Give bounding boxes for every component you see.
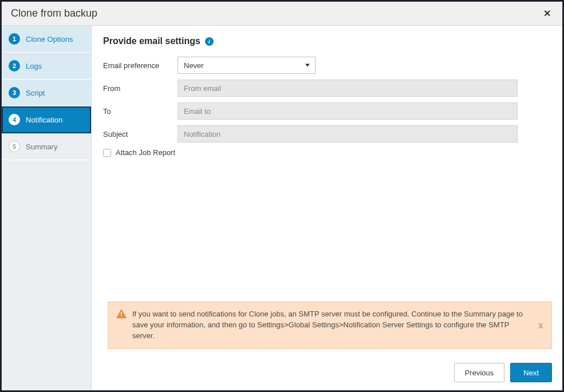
row-email-preference: Email preference Never xyxy=(103,57,546,74)
step-label: Clone Options xyxy=(26,35,73,43)
alert-close-icon[interactable]: x xyxy=(538,320,543,331)
label-email-preference: Email preference xyxy=(103,61,178,70)
wizard-sidebar: 1 Clone Options 2 Logs 3 Script 4 Notifi… xyxy=(2,26,92,390)
step-label: Script xyxy=(26,89,45,97)
row-to: To xyxy=(103,102,546,120)
page-title: Provide email settings xyxy=(103,36,200,46)
sidebar-item-clone-options[interactable]: 1 Clone Options xyxy=(2,26,91,53)
sidebar-item-logs[interactable]: 2 Logs xyxy=(2,53,91,80)
label-from: From xyxy=(103,84,178,93)
step-number: 4 xyxy=(9,114,20,125)
content-main: Provide email settings i Email preferenc… xyxy=(92,26,562,302)
titlebar: Clone from backup ✕ xyxy=(2,2,562,26)
next-button[interactable]: Next xyxy=(510,363,552,382)
step-number: 5 xyxy=(9,141,20,152)
previous-button[interactable]: Previous xyxy=(454,363,505,382)
close-icon[interactable]: ✕ xyxy=(541,8,553,19)
heading-row: Provide email settings i xyxy=(103,36,546,46)
email-preference-select[interactable]: Never xyxy=(178,57,315,74)
row-subject: Subject xyxy=(103,125,546,142)
select-value: Never xyxy=(184,61,204,70)
subject-field[interactable] xyxy=(178,125,518,142)
clone-backup-dialog: Clone from backup ✕ 1 Clone Options 2 Lo… xyxy=(1,1,563,391)
attach-report-checkbox[interactable] xyxy=(103,149,111,157)
alert-text: If you want to send notifications for Cl… xyxy=(132,309,525,342)
row-attach-report: Attach Job Report xyxy=(103,148,546,157)
dialog-title: Clone from backup xyxy=(11,7,97,19)
smtp-warning-alert: If you want to send notifications for Cl… xyxy=(108,302,552,349)
step-number: 2 xyxy=(9,60,20,72)
row-from: From xyxy=(103,80,546,97)
from-field[interactable] xyxy=(178,80,518,97)
label-subject: Subject xyxy=(103,130,178,138)
label-attach-report: Attach Job Report xyxy=(116,148,175,157)
step-number: 3 xyxy=(9,87,20,98)
sidebar-item-script[interactable]: 3 Script xyxy=(2,80,91,106)
sidebar-item-summary[interactable]: 5 Summary xyxy=(2,133,91,160)
warning-icon xyxy=(116,309,127,318)
dialog-body: 1 Clone Options 2 Logs 3 Script 4 Notifi… xyxy=(2,26,562,390)
sidebar-item-notification[interactable]: 4 Notification xyxy=(2,106,91,133)
to-field[interactable] xyxy=(178,102,518,120)
info-icon[interactable]: i xyxy=(205,37,214,46)
label-to: To xyxy=(103,107,178,116)
step-label: Logs xyxy=(26,62,42,70)
step-number: 1 xyxy=(9,33,20,45)
step-label: Summary xyxy=(26,142,58,151)
footer: Previous Next xyxy=(92,357,562,390)
content-pane: Provide email settings i Email preferenc… xyxy=(92,26,562,390)
step-label: Notification xyxy=(26,116,62,124)
